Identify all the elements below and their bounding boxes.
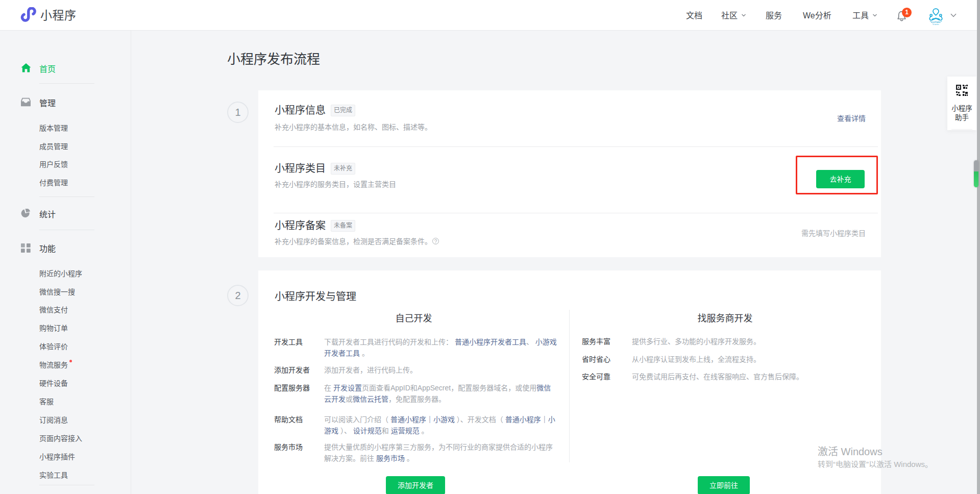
svg-text:*kychakr*: *kychakr* (930, 20, 942, 23)
svg-text:in tactics: in tactics (933, 23, 939, 26)
